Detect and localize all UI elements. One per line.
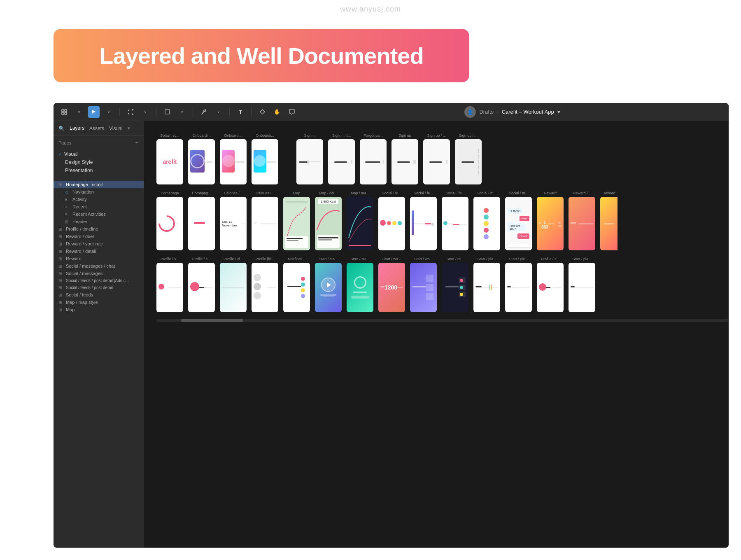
- signin-thumb[interactable]: [296, 139, 323, 184]
- layer-reward-detail[interactable]: ⊞ Reward / detail: [54, 247, 144, 255]
- map-detail-label: Map / det...: [319, 191, 338, 195]
- visual-dropdown-icon[interactable]: ▾: [128, 126, 130, 131]
- profilee-thumb[interactable]: [188, 263, 215, 312]
- layer-social-messages-chat[interactable]: ⊞ Social / messages / chat: [54, 262, 144, 270]
- signup-thumb[interactable]: [391, 139, 418, 184]
- profilecl-thumb[interactable]: [220, 263, 247, 312]
- layer-map-label: Map: [66, 307, 75, 312]
- social-msg2-thumb[interactable]: Hi there! Hey! How are you? Good!: [505, 197, 532, 250]
- social-feed2-thumb[interactable]: [410, 197, 437, 250]
- frame-icon-13: ⊞: [58, 300, 63, 305]
- layer-navigation[interactable]: ◇ Navigation: [54, 188, 144, 196]
- profiles-label: Profile / s...: [161, 257, 179, 261]
- layer-activity[interactable]: ≡ Activity: [54, 196, 144, 203]
- tab-visual[interactable]: Visual: [109, 125, 122, 132]
- homepage1-thumb[interactable]: [156, 197, 183, 250]
- start-dark-thumb[interactable]: [442, 263, 468, 312]
- start-teal1-thumb[interactable]: [315, 263, 342, 312]
- map-detail-thumb[interactable]: 1 883 Kcal: [315, 197, 342, 250]
- chevron-down-icon-4[interactable]: [176, 106, 188, 118]
- layer-reward-your-rute[interactable]: ⊞ Reward / your rute: [54, 240, 144, 247]
- layer-social-messages[interactable]: ⊞ Social / messages: [54, 270, 144, 277]
- page-item-presentation[interactable]: Presentation: [58, 166, 139, 175]
- move-tool[interactable]: [88, 106, 100, 118]
- onboard3-thumb[interactable]: [252, 139, 278, 184]
- notification-thumb[interactable]: [283, 263, 310, 312]
- layer-recent-activities[interactable]: ≡ Recent Activities: [54, 210, 144, 218]
- canvas-scrollbar-thumb[interactable]: [181, 319, 243, 322]
- check-icon: ✓: [58, 152, 62, 156]
- signup3-thumb[interactable]: [455, 139, 482, 184]
- onboard2-thumb[interactable]: [220, 139, 247, 184]
- map-thumb[interactable]: [283, 197, 310, 250]
- chevron-down-icon-5[interactable]: [213, 106, 224, 118]
- layer-map-map-style[interactable]: ⊞ Map / map style: [54, 299, 144, 306]
- layer-social-feeds[interactable]: ⊞ Social / feeds: [54, 291, 144, 299]
- select-tool[interactable]: [58, 106, 70, 118]
- calories1-thumb[interactable]: Sat, 12 November: [220, 197, 247, 250]
- chevron-down-icon[interactable]: [73, 106, 85, 118]
- layer-social-feeds-post-detail-add[interactable]: ⊞ Social / feeds / post detail [Add c...: [54, 277, 144, 284]
- signin2-thumb[interactable]: [328, 139, 355, 184]
- comment-tool[interactable]: [286, 106, 298, 118]
- profiles2-thumb[interactable]: [537, 263, 564, 312]
- frame-tool[interactable]: [125, 106, 136, 118]
- start-teal2-thumb[interactable]: [347, 263, 373, 312]
- breadcrumb-project[interactable]: Carefit – Workout App: [502, 109, 554, 115]
- layer-reward-duel[interactable]: ⊞ Reward / duel: [54, 233, 144, 240]
- social-msg1-thumb[interactable]: [473, 197, 500, 250]
- layer-profile-timeline[interactable]: ⊞ Profile / timeline: [54, 225, 144, 233]
- social-feed3-thumb[interactable]: [442, 197, 468, 250]
- reward-partial-thumb[interactable]: [600, 197, 618, 250]
- homepage2-thumb[interactable]: [188, 197, 215, 250]
- breadcrumb-dropdown-icon[interactable]: ▾: [557, 109, 560, 115]
- tab-assets[interactable]: Assets: [89, 125, 104, 132]
- splash-frame-item: Splash sc... arefit: [156, 133, 183, 184]
- layer-map[interactable]: ⊞ Map: [54, 306, 144, 313]
- search-icon[interactable]: 🔍: [58, 126, 65, 131]
- onboard1-thumb[interactable]: [188, 139, 215, 184]
- start-green2-thumb[interactable]: [505, 263, 532, 312]
- svg-rect-3: [65, 112, 67, 114]
- shape-tool[interactable]: [161, 106, 173, 118]
- text-tool[interactable]: T: [235, 106, 246, 118]
- layer-social-feeds-post-detail[interactable]: ⊞ Social / feeds / post detail: [54, 284, 144, 291]
- svg-rect-1: [65, 110, 67, 112]
- breadcrumb-drafts[interactable]: Drafts: [479, 109, 494, 115]
- chevron-down-icon-2[interactable]: [103, 106, 114, 118]
- layer-homepage-scroll[interactable]: ⊞ Homepage - scroll: [54, 181, 144, 188]
- canvas[interactable]: Splash sc... arefit Onboardi...: [144, 121, 729, 548]
- profiles-thumb[interactable]: [156, 263, 183, 312]
- layer-recent[interactable]: ≡ Recent: [54, 203, 144, 210]
- social-feed1-thumb[interactable]: [378, 197, 405, 250]
- calories2-thumb[interactable]: [252, 197, 278, 250]
- start-orange1-thumb[interactable]: 1200: [378, 263, 405, 312]
- component-tool[interactable]: [256, 106, 268, 118]
- start-dark-frame-item: Start / ra...: [442, 257, 468, 312]
- page-item-visual[interactable]: ✓ Visual: [58, 150, 139, 158]
- start-green1-thumb[interactable]: [473, 263, 500, 312]
- homepage2-frame-item: Homepag...: [188, 191, 215, 250]
- frame-icon-12: ⊞: [58, 293, 63, 297]
- layer-header[interactable]: ⊞ Header: [54, 218, 144, 225]
- page-item-design-style[interactable]: Design Style: [58, 158, 139, 166]
- reward1-thumb[interactable]: 1 883 20 km: [537, 197, 564, 250]
- mapma-thumb[interactable]: [347, 197, 373, 250]
- profile-start-row: Profile / s...: [156, 257, 729, 312]
- start-green3-thumb[interactable]: [569, 263, 595, 312]
- pen-tool[interactable]: [198, 106, 210, 118]
- add-page-button[interactable]: +: [135, 139, 139, 147]
- signup2-thumb[interactable]: [423, 139, 450, 184]
- tab-layers[interactable]: Layers: [70, 124, 84, 132]
- layer-activity-label: Activity: [72, 197, 87, 202]
- canvas-scrollbar[interactable]: [156, 319, 729, 322]
- forgot-thumb[interactable]: [360, 139, 387, 184]
- signin-label: Sign in: [304, 133, 316, 138]
- layer-reward[interactable]: ⊞ Reward: [54, 255, 144, 262]
- start-orange2-thumb[interactable]: [410, 263, 437, 312]
- chevron-down-icon-3[interactable]: [140, 106, 151, 118]
- profilefri-thumb[interactable]: [252, 263, 278, 312]
- splash-thumb[interactable]: arefit: [156, 139, 183, 184]
- hand-tool[interactable]: ✋: [271, 106, 283, 118]
- reward2-thumb[interactable]: [569, 197, 595, 250]
